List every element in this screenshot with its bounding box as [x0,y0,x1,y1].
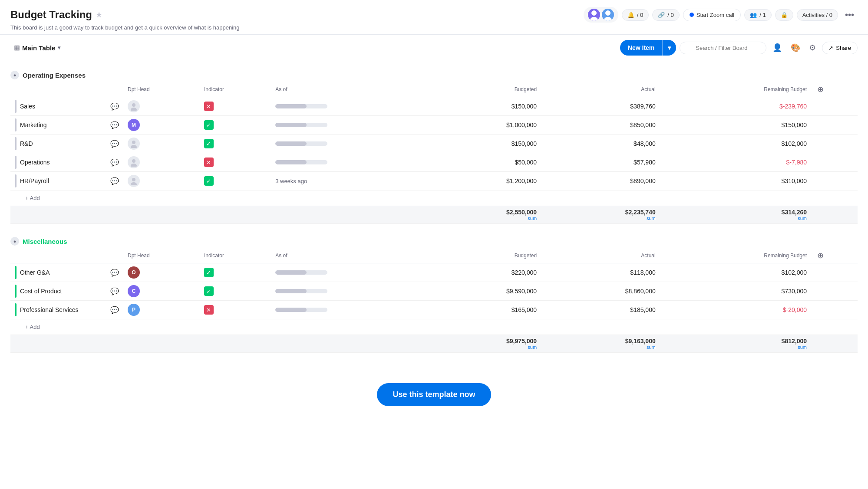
row-indicator-4: ✓ [200,172,271,190]
row-dpt-head-3[interactable] [123,153,200,172]
row-budgeted-1: $9,590,000 [422,282,541,301]
new-item-btn[interactable]: New Item ▾ [620,40,676,56]
lock-btn[interactable]: 🔒 [775,9,793,21]
new-item-dropdown-arrow[interactable]: ▾ [663,41,676,55]
filter-btn[interactable]: ⚙ [806,41,818,54]
row-bar [15,118,17,131]
avatar-2 [602,9,614,21]
row-as-of-3 [271,153,422,172]
budgeted-amount: $50,000 [515,159,537,166]
row-dpt-head-2[interactable]: P [123,301,200,319]
activities-btn[interactable]: Activities / 0 [797,9,838,21]
progress-bar [275,308,327,312]
members-btn[interactable]: 👥 / 1 [744,9,771,21]
remaining-amount: $310,000 [782,177,807,184]
add-col-btn-misc[interactable]: ⊕ [811,248,858,263]
lock-icon: 🔒 [781,12,788,18]
invite-btn[interactable]: 🔔 / 0 [622,9,649,21]
col-header-0-operating: Dpt Head [123,82,200,97]
comment-icon[interactable]: 💬 [110,177,119,185]
remaining-amount: $102,000 [782,140,807,147]
group-name-misc: Miscellaneous [23,238,67,245]
row-dpt-head-4[interactable] [123,172,200,190]
row-comment-0[interactable]: 💬 [106,97,123,116]
row-dpt-head-2[interactable] [123,135,200,153]
row-comment-1[interactable]: 💬 [106,282,123,301]
header-actions: 🔔 / 0 🔗 / 0 Start Zoom call 👥 / 1 [584,7,858,23]
sum-remaining-misc: $812,000sum [660,335,811,353]
row-dpt-head-1[interactable]: C [123,282,200,301]
add-row-btn[interactable]: + Add [15,322,40,332]
row-comment-2[interactable]: 💬 [106,135,123,153]
group-toggle-operating[interactable]: ● [10,71,19,79]
more-icon: ••• [845,10,854,20]
title-area: Budget Tracking ★ [10,9,102,21]
use-template-btn[interactable]: Use this template now [377,383,491,406]
row-dpt-head-1[interactable]: M [123,116,200,135]
indicator-red: ✕ [204,158,214,167]
group-operating: ●Operating ExpensesDpt HeadIndicatorAs o… [10,68,858,224]
chevron-down-icon: ▾ [58,45,60,51]
toolbar-right: New Item ▾ 🔍 👤 🎨 ⚙ ↗ [620,40,858,56]
budgeted-amount: $1,200,000 [506,177,537,184]
add-col-btn-operating[interactable]: ⊕ [811,82,858,97]
comment-icon[interactable]: 💬 [110,103,119,110]
more-btn[interactable]: ••• [842,8,858,22]
row-name-label: Cost of Product [20,288,62,295]
add-row-cell-operating[interactable]: + Add [10,190,858,206]
comment-icon[interactable]: 💬 [110,159,119,166]
comment-icon[interactable]: 💬 [110,288,119,295]
row-as-of-2 [271,301,422,319]
share-arrow-icon: ↗ [828,45,833,51]
col-header-2-operating: As of [271,82,422,97]
svg-point-8 [132,159,135,163]
col-header-1-operating: Indicator [200,82,271,97]
row-bar [15,303,17,316]
row-dpt-head-0[interactable] [123,97,200,116]
comment-icon[interactable]: 💬 [110,140,119,148]
indicator-green: ✓ [204,139,214,148]
board-title: Budget Tracking [10,9,92,21]
row-budgeted-0: $220,000 [422,263,541,282]
comment-icon[interactable]: 💬 [110,121,119,129]
row-budgeted-0: $150,000 [422,97,541,116]
row-budgeted-3: $50,000 [422,153,541,172]
new-item-label: New Item [620,41,662,55]
row-indicator-1: ✓ [200,282,271,301]
row-actual-3: $57,980 [541,153,660,172]
sum-actual-val: $9,163,000 [625,338,656,345]
color-btn[interactable]: 🎨 [788,41,803,54]
row-comment-1[interactable]: 💬 [106,116,123,135]
group-toggle-misc[interactable]: ● [10,237,19,246]
budgeted-amount: $150,000 [512,103,537,110]
person-avatar: C [128,285,140,297]
add-row-cell-misc[interactable]: + Add [10,319,858,335]
as-of-date: 3 weeks ago [275,178,307,184]
add-column-button[interactable]: ⊕ [815,251,825,260]
zoom-btn[interactable]: Start Zoom call [683,9,741,21]
row-comment-0[interactable]: 💬 [106,263,123,282]
table-name-btn[interactable]: ⊞ Main Table ▾ [10,42,64,54]
add-row-btn[interactable]: + Add [15,193,40,203]
row-comment-4[interactable]: 💬 [106,172,123,190]
comment-icon[interactable]: 💬 [110,269,119,276]
star-icon[interactable]: ★ [96,10,102,20]
sum-budgeted-operating: $2,550,000sum [422,206,541,224]
add-column-button[interactable]: ⊕ [815,85,825,94]
sum-row-operating: $2,550,000sum$2,235,740sum$314,260sum [10,206,858,224]
row-name-label: Marketing [20,121,46,128]
person-filter-btn[interactable]: 👤 [770,41,785,54]
sum-label: sum [664,216,807,221]
search-input[interactable] [680,42,766,54]
avatar-group[interactable] [584,7,618,23]
row-comment-2[interactable]: 💬 [106,301,123,319]
row-dpt-head-0[interactable]: O [123,263,200,282]
share-btn[interactable]: ↗ Share [822,42,858,54]
row-remaining-3: $-7,980 [660,153,811,172]
row-budgeted-1: $1,000,000 [422,116,541,135]
actual-amount: $57,980 [634,159,656,166]
row-comment-3[interactable]: 💬 [106,153,123,172]
comment-icon[interactable]: 💬 [110,306,119,314]
share-count-btn[interactable]: 🔗 / 0 [652,9,679,21]
sum-budgeted-val: $9,975,000 [506,338,537,345]
